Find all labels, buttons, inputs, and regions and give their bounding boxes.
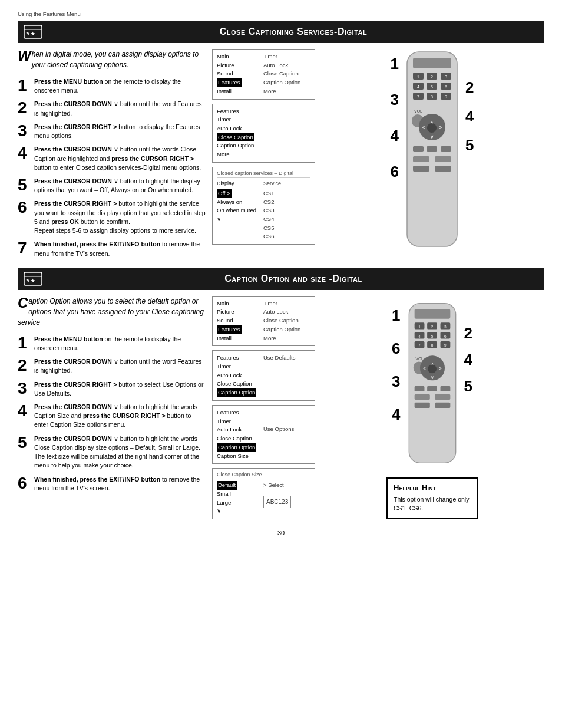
menu-item: Picture xyxy=(217,308,261,317)
menu-row-2-2: Features Timer Auto Lock Close Caption C… xyxy=(217,354,310,397)
section1-remote: 1 3 4 6 xyxy=(320,49,544,263)
menu-item-off: Off > xyxy=(217,189,232,198)
top-label: Using the Features Menu xyxy=(18,11,544,17)
svg-point-68 xyxy=(428,364,437,373)
section1-icon: ✎★ xyxy=(24,25,42,39)
section2-header: ✎★ Caption Option and size -Digital xyxy=(18,268,544,290)
menu-item: Features xyxy=(217,107,261,116)
menu-item: More ... xyxy=(263,334,300,343)
svg-rect-34 xyxy=(413,156,429,162)
svg-text:VOL: VOL xyxy=(415,357,423,361)
svg-text:✎★: ✎★ xyxy=(26,278,35,284)
col-header-display: Display xyxy=(217,180,261,188)
helpful-hint-text: This option will change only CS1 -CS6. xyxy=(394,495,471,512)
svg-text:∨: ∨ xyxy=(430,134,434,140)
menu-item: Timer xyxy=(217,363,261,371)
svg-text:VOL: VOL xyxy=(414,109,422,113)
menu-item: Sound xyxy=(217,70,261,78)
menu-item: Large xyxy=(217,499,261,508)
section1-title: Close Captioning Services-Digital xyxy=(48,27,538,37)
rnum-6: 6 xyxy=(391,163,399,181)
menu-box-1-2: Features Timer Auto Lock Close Caption C… xyxy=(212,104,315,163)
menu-box-2-4: Close Caption Size Default Small Large ∨… xyxy=(212,468,315,519)
svg-text:4: 4 xyxy=(418,334,421,338)
menu-box-1-3: Closed caption services – Digital Displa… xyxy=(212,167,315,245)
menu-box-1-1: Main Picture Sound Features Install Time… xyxy=(212,49,315,100)
menu-item: Auto Lock xyxy=(217,371,261,380)
menu-row-1-2: Features Timer Auto Lock Close Caption C… xyxy=(217,107,310,159)
svg-text:3: 3 xyxy=(445,75,447,79)
step-2-3: 3 Press the CURSOR RIGHT > button to sel… xyxy=(18,380,206,398)
menu-item: Caption Option xyxy=(217,141,261,150)
remote-svg-2: 1 2 3 4 5 6 7 8 9 VOL ∧ ∨ < xyxy=(403,301,462,466)
menu-item: Install xyxy=(217,334,261,343)
svg-text:<: < xyxy=(423,365,426,371)
step-num-2-2: 2 xyxy=(18,357,31,374)
step-text-2-4: Press the CURSOR DOWN ∨ button to highli… xyxy=(34,403,206,430)
menu-item: Auto Lock xyxy=(263,308,300,317)
col-header-service: Service xyxy=(263,180,281,188)
rnum2-1: 1 xyxy=(392,307,400,325)
menu-item: Sound xyxy=(217,317,261,325)
section1-drop-cap: W xyxy=(18,49,31,63)
menu-item: Caption Option xyxy=(263,78,300,87)
rnum-5-r: 5 xyxy=(465,136,474,154)
step-text-1-1: Press the MENU button on the remote to d… xyxy=(34,77,206,95)
svg-rect-69 xyxy=(414,386,424,391)
menu-item: Small xyxy=(217,490,261,499)
rnum-1: 1 xyxy=(391,55,399,73)
menu-item: On when muted xyxy=(217,206,261,215)
rnum2-5-r: 5 xyxy=(464,377,472,396)
step-num-1-7: 7 xyxy=(18,240,31,256)
section1-visuals: Main Picture Sound Features Install Time… xyxy=(212,49,544,263)
menu-box-2-1: Main Picture Sound Features Install Time… xyxy=(212,296,315,347)
menu-item: Use Options xyxy=(263,425,294,434)
section1-intro-text: hen in digital mode, you can assign disp… xyxy=(32,50,199,69)
section2-intro: Caption Option allows you to select the … xyxy=(18,296,206,328)
rnum2-3: 3 xyxy=(392,373,400,391)
step-2-5: 5 Press the CURSOR DOWN ∨ button to high… xyxy=(18,434,206,470)
menu-item-highlighted: Features xyxy=(217,78,242,87)
step-text-1-2: Press the CURSOR DOWN ∨ button until the… xyxy=(34,100,206,117)
menu-item: CS6 xyxy=(263,232,281,241)
menu-item: CS1 xyxy=(263,189,281,198)
menu-row-2-4: Default Small Large ∨ > Select ABC123 xyxy=(217,481,310,516)
svg-text:5: 5 xyxy=(431,85,433,89)
remote-svg-1: 1 2 3 4 5 6 7 8 9 VOL ∧ xyxy=(401,49,463,249)
menu-right-2-1: Timer Auto Lock Close Caption Caption Op… xyxy=(263,299,300,343)
menu-row-2-1: Main Picture Sound Features Install Time… xyxy=(217,299,310,343)
svg-rect-31 xyxy=(413,146,424,152)
step-text-1-5: Press the CURSOR DOWN ∨ button to highli… xyxy=(34,177,206,195)
menu-title-1-3: Closed caption services – Digital xyxy=(217,170,310,178)
menu-item: Close Caption xyxy=(217,434,261,443)
step-num-1-2: 2 xyxy=(18,100,31,116)
rnum-3: 3 xyxy=(391,91,399,109)
step-1-6: 6 Press the CURSOR RIGHT > button to hig… xyxy=(18,199,206,235)
step-num-2-5: 5 xyxy=(18,434,31,451)
menu-item-highlighted: Close Caption xyxy=(217,133,254,142)
menu-col-display: Display Off > Always on On when muted ∨ xyxy=(217,180,261,241)
helpful-hint-title-text: Helpful Hint xyxy=(394,483,436,492)
menu-col-size: Default Small Large ∨ xyxy=(217,481,261,516)
section2-title: Caption Option and size -Digital xyxy=(48,274,538,284)
menu-item: ∨ xyxy=(217,507,261,516)
menu-item: Features xyxy=(217,409,261,417)
menu-item: CS4 xyxy=(263,215,281,224)
step-text-2-1: Press the MENU button on the remote to d… xyxy=(34,335,206,353)
menu-item-highlighted: Features xyxy=(217,325,242,334)
svg-text:9: 9 xyxy=(444,344,447,348)
step-num-1-3: 3 xyxy=(18,123,31,139)
svg-text:5: 5 xyxy=(431,334,433,338)
step-text-2-2: Press the CURSOR DOWN ∨ button until the… xyxy=(34,357,206,375)
step-1-2: 2 Press the CURSOR DOWN ∨ button until t… xyxy=(18,100,206,117)
menu-left-2-3: Features Timer Auto Lock Close Caption C… xyxy=(217,409,261,460)
menu-left-1-2: Features Timer Auto Lock Close Caption C… xyxy=(217,107,261,159)
section2-screens: Main Picture Sound Features Install Time… xyxy=(212,296,315,523)
rnum-4-r: 4 xyxy=(465,107,474,126)
step-num-1-5: 5 xyxy=(18,177,31,193)
step-2-2: 2 Press the CURSOR DOWN ∨ button until t… xyxy=(18,357,206,375)
menu-item: ∨ xyxy=(217,215,261,224)
step-num-1-1: 1 xyxy=(18,77,31,94)
svg-rect-70 xyxy=(427,386,437,391)
svg-text:4: 4 xyxy=(417,85,419,89)
